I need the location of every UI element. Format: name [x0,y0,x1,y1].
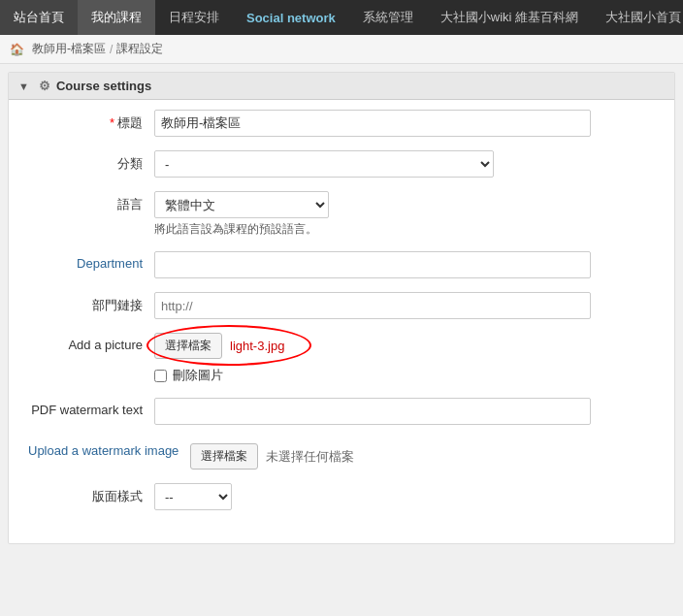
delete-picture-row: 刪除圖片 [154,367,655,384]
watermark-upload-row: 選擇檔案 未選擇任何檔案 [190,443,655,470]
watermark-no-file: 未選擇任何檔案 [266,448,354,466]
pdf-watermark-input[interactable] [154,398,591,425]
category-row: 分類 - [28,150,655,178]
section-title: Course settings [56,79,151,93]
pdf-watermark-control [154,398,655,425]
nav-school[interactable]: 大社國小首頁 [592,0,683,35]
nav-mycourse[interactable]: 我的課程 [78,0,155,35]
upload-watermark-control: 選擇檔案 未選擇任何檔案 [190,438,655,470]
upload-watermark-row: Upload a watermark image 選擇檔案 未選擇任何檔案 [28,438,655,470]
nav-wiki[interactable]: 大社國小wiki 維基百科網 [427,0,592,35]
nav-admin[interactable]: 系統管理 [349,0,427,35]
department-control [154,251,655,278]
url-control [154,292,655,319]
breadcrumb-link-files[interactable]: 教師用-檔案區 [32,41,106,57]
title-row: *標題 [28,110,655,137]
picture-filename: light-3.jpg [230,339,284,353]
category-control: - [154,150,655,178]
layout-control: -- [154,483,655,510]
nav-schedule[interactable]: 日程安排 [155,0,233,35]
picture-choose-button[interactable]: 選擇檔案 [154,333,222,359]
category-select[interactable]: - [154,150,494,178]
navigation-bar: 站台首頁 我的課程 日程安排 Social network 系統管理 大社國小w… [0,0,683,35]
title-control [154,110,655,137]
title-input[interactable] [154,110,591,137]
picture-row: Add a picture 選擇檔案 light-3.jpg 刪除圖片 [28,333,655,384]
breadcrumb-current: 課程設定 [116,41,163,57]
department-input[interactable] [154,251,591,278]
language-select[interactable]: 繁體中文 [154,191,329,218]
language-control: 繁體中文 將此語言設為課程的預設語言。 [154,191,655,238]
nav-social[interactable]: Social network [233,0,349,35]
picture-upload-row: 選擇檔案 light-3.jpg [154,333,284,359]
language-hint: 將此語言設為課程的預設語言。 [154,221,655,238]
layout-row: 版面樣式 -- [28,483,655,510]
nav-home[interactable]: 站台首頁 [0,0,78,35]
required-star: * [110,115,114,130]
delete-picture-label: 刪除圖片 [173,367,223,384]
upload-watermark-label: Upload a watermark image [28,438,190,460]
form-body: *標題 分類 - 語言 繁體中文 將此語言設為課程的預設語言。 [9,100,674,543]
pdf-watermark-label: PDF watermark text [28,398,154,417]
url-row: 部門鏈接 [28,292,655,319]
url-label: 部門鏈接 [28,292,154,314]
department-label: Department [28,251,154,271]
home-icon: 🏠 [10,43,24,56]
layout-select[interactable]: -- [154,483,232,510]
watermark-choose-button[interactable]: 選擇檔案 [190,443,258,470]
main-content: ▼ ⚙ Course settings *標題 分類 - 語言 [8,72,675,544]
delete-picture-checkbox[interactable] [154,370,167,382]
section-header: ▼ ⚙ Course settings [9,73,674,100]
department-row: Department [28,251,655,278]
breadcrumb: 🏠 教師用-檔案區 / 課程設定 [0,35,683,64]
gear-icon: ⚙ [39,79,50,93]
breadcrumb-sep: / [110,43,113,56]
language-row: 語言 繁體中文 將此語言設為課程的預設語言。 [28,191,655,238]
url-input[interactable] [154,292,591,319]
language-label: 語言 [28,191,154,213]
category-label: 分類 [28,150,154,173]
pdf-watermark-row: PDF watermark text [28,398,655,425]
toggle-arrow-icon[interactable]: ▼ [18,81,29,92]
picture-label: Add a picture [28,333,154,352]
title-label: *標題 [28,110,154,132]
layout-label: 版面樣式 [28,483,154,505]
picture-control: 選擇檔案 light-3.jpg 刪除圖片 [154,333,655,384]
